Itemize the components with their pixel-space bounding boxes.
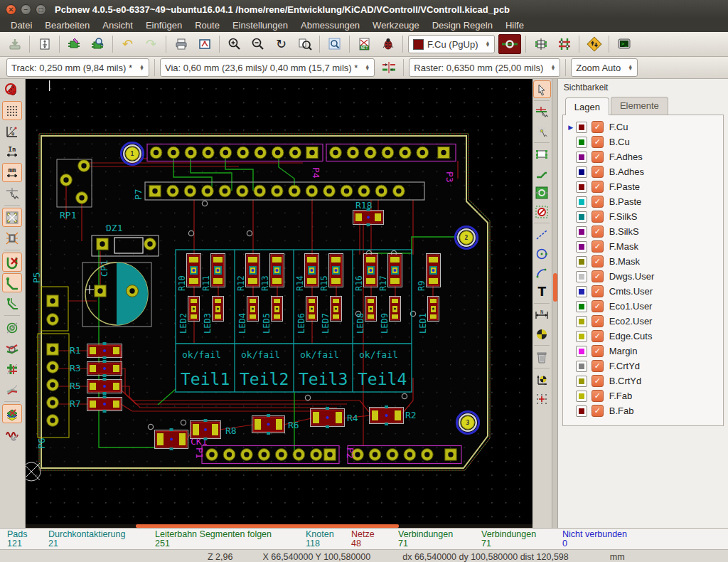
layer-visibility-checkbox[interactable]: ✓ xyxy=(592,151,604,163)
horizontal-scrollbar[interactable] xyxy=(26,524,532,528)
vertical-scrollbar-thumb[interactable] xyxy=(553,273,557,302)
layer-row-b.mask[interactable]: ✓B.Mask xyxy=(566,254,720,269)
microwave-tools-button[interactable] xyxy=(2,425,22,444)
drill-origin-tool[interactable] xyxy=(533,371,551,388)
track-mitered-button[interactable] xyxy=(2,294,22,313)
close-button[interactable]: ✕ xyxy=(6,4,16,15)
layer-color-swatch[interactable] xyxy=(576,391,587,402)
zoom-out-button[interactable] xyxy=(247,34,269,54)
grid-selector[interactable]: Raster: 0,6350 mm (25,00 mils) ▲▼ xyxy=(409,58,560,77)
layer-color-swatch[interactable] xyxy=(576,331,587,342)
layer-row-eco2.user[interactable]: ✓Eco2.User xyxy=(566,314,720,329)
add-line-tool[interactable] xyxy=(533,226,551,243)
layer-visibility-checkbox[interactable]: ✓ xyxy=(592,300,604,312)
layer-visibility-checkbox[interactable]: ✓ xyxy=(592,405,604,417)
layer-row-f.mask[interactable]: ✓F.Mask xyxy=(566,239,720,254)
grid-origin-tool[interactable] xyxy=(533,390,551,408)
layer-color-swatch[interactable] xyxy=(576,286,587,297)
layer-color-swatch[interactable] xyxy=(576,361,587,372)
layer-color-swatch[interactable] xyxy=(576,137,587,148)
module-mode-button[interactable] xyxy=(530,34,552,54)
high-contrast-button[interactable] xyxy=(2,359,22,378)
layer-row-edge.cuts[interactable]: ✓Edge.Cuts xyxy=(566,329,720,344)
layer-row-b.silks[interactable]: ✓B.SilkS xyxy=(566,224,720,239)
layer-row-f.fab[interactable]: ✓F.Fab xyxy=(566,388,720,403)
maximize-button[interactable]: □ xyxy=(36,4,46,15)
layer-visibility-checkbox[interactable]: ✓ xyxy=(592,211,604,223)
layer-row-f.silks[interactable]: ✓F.SilkS xyxy=(566,209,720,224)
select-tool[interactable] xyxy=(533,80,551,98)
cursor-shape-button[interactable] xyxy=(2,184,22,203)
zoom-in-button[interactable] xyxy=(223,34,245,54)
layer-color-swatch[interactable] xyxy=(576,211,587,223)
redo-button[interactable]: ↷ xyxy=(140,34,162,54)
layer-visibility-checkbox[interactable]: ✓ xyxy=(592,240,604,253)
layer-visibility-checkbox[interactable]: ✓ xyxy=(592,360,604,372)
grid-visibility-button[interactable] xyxy=(2,101,22,120)
layer-color-swatch[interactable] xyxy=(576,256,587,267)
tab-lagen[interactable]: Lagen xyxy=(565,97,609,115)
track-outline-mode-button[interactable] xyxy=(2,339,22,358)
polar-coords-button[interactable]: rφ xyxy=(2,122,22,141)
layer-row-margin[interactable]: ✓Margin xyxy=(566,344,720,359)
menu-einstellungen[interactable]: Einstellungen xyxy=(226,19,294,31)
layer-visibility-checkbox[interactable]: ✓ xyxy=(592,285,604,297)
layer-row-f.adhes[interactable]: ✓F.Adhes xyxy=(566,149,720,164)
add-keepout-tool[interactable] xyxy=(533,203,551,221)
layer-color-swatch[interactable] xyxy=(576,181,587,193)
layer-row-eco1.user[interactable]: ✓Eco1.User xyxy=(566,299,720,314)
zoom-selector[interactable]: Zoom Auto ▲▼ xyxy=(571,58,638,77)
add-circle-tool[interactable] xyxy=(533,245,551,263)
layer-row-b.fab[interactable]: ✓B.Fab xyxy=(566,403,720,418)
plot-button[interactable] xyxy=(193,34,215,54)
drc-button[interactable] xyxy=(377,34,399,54)
footprint-browser-button[interactable] xyxy=(87,34,109,54)
menu-route[interactable]: Route xyxy=(188,19,226,31)
add-dimension-tool[interactable]: N xyxy=(533,306,551,324)
layer-visibility-checkbox[interactable]: ✓ xyxy=(592,226,604,238)
via-swap-button[interactable] xyxy=(498,34,521,54)
mounting-hole[interactable]: 2 xyxy=(455,227,477,249)
units-mm-button[interactable]: mm xyxy=(2,163,22,182)
vertical-scrollbar[interactable] xyxy=(552,79,557,528)
layer-row-b.crtyd[interactable]: ✓B.CrtYd xyxy=(566,373,720,388)
track-mode-button[interactable] xyxy=(553,34,575,54)
menu-einfügen[interactable]: Einfügen xyxy=(139,19,188,31)
layer-color-swatch[interactable] xyxy=(576,316,587,327)
via-outline-mode-button[interactable] xyxy=(2,318,22,337)
ratsnest-show-button[interactable] xyxy=(2,208,22,227)
auto-delete-track-button[interactable] xyxy=(2,253,22,272)
layer-color-swatch[interactable] xyxy=(576,166,587,178)
layer-visibility-checkbox[interactable]: ✓ xyxy=(592,136,604,148)
menu-ansicht[interactable]: Ansicht xyxy=(96,19,139,31)
layer-selector-spin[interactable]: ▲▼ xyxy=(486,41,491,48)
module-ratsnest-button[interactable] xyxy=(2,228,22,248)
layers-manager-toggle[interactable] xyxy=(2,404,22,423)
netlist-button[interactable]: NET xyxy=(353,34,375,54)
menu-werkzeuge[interactable]: Werkzeuge xyxy=(366,19,426,31)
layer-row-f.cu[interactable]: ▶✓F.Cu xyxy=(566,120,720,134)
scripting-console-button[interactable]: >_ xyxy=(613,34,635,54)
save-button[interactable] xyxy=(4,34,26,54)
menu-bearbeiten[interactable]: Bearbeiten xyxy=(38,19,96,31)
layer-row-b.cu[interactable]: ✓B.Cu xyxy=(566,134,720,149)
layer-visibility-checkbox[interactable]: ✓ xyxy=(592,345,604,357)
add-via-tool[interactable] xyxy=(533,184,551,201)
menu-hilfe[interactable]: Hilfe xyxy=(499,19,530,31)
layer-visibility-checkbox[interactable]: ✓ xyxy=(592,315,604,327)
local-ratsnest-tool[interactable] xyxy=(533,122,551,140)
horizontal-scrollbar-thumb[interactable] xyxy=(136,524,399,528)
add-module-tool[interactable] xyxy=(533,145,551,163)
layer-color-swatch[interactable] xyxy=(576,301,587,312)
layer-row-b.paste[interactable]: ✓B.Paste xyxy=(566,194,720,209)
mounting-hole[interactable]: 1 xyxy=(121,143,143,165)
layer-visibility-checkbox[interactable]: ✓ xyxy=(592,181,604,193)
add-target-tool[interactable] xyxy=(533,325,551,343)
layer-color-swatch[interactable] xyxy=(576,376,587,387)
layer-row-f.paste[interactable]: ✓F.Paste xyxy=(566,179,720,194)
layer-color-swatch[interactable] xyxy=(576,226,587,238)
layer-visibility-checkbox[interactable]: ✓ xyxy=(592,166,604,178)
module-editor-button[interactable] xyxy=(63,34,85,54)
drc-off-button[interactable] xyxy=(2,80,22,100)
layer-visibility-checkbox[interactable]: ✓ xyxy=(592,121,604,133)
